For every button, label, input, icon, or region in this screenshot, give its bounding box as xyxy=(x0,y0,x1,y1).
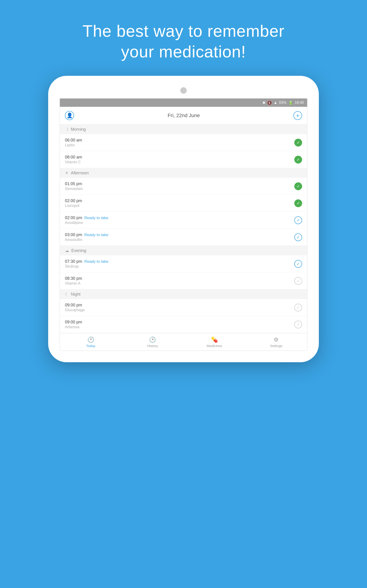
bluetooth-icon: ✱ xyxy=(262,101,265,105)
today-icon: 🕐 xyxy=(87,337,94,343)
night-icon: ☾ xyxy=(65,292,69,297)
check-done-icon: ✓ xyxy=(294,199,302,207)
med-info: 08:00 am Vitamin C xyxy=(65,155,82,164)
morning-label: Morning xyxy=(71,127,86,132)
evening-label: Evening xyxy=(71,248,86,253)
check-pending-icon: ✓ xyxy=(294,321,302,329)
med-row[interactable]: 03:00 pm· Ready to take Amoxicillin ✓ xyxy=(60,229,307,246)
med-time: 08:00 am xyxy=(65,155,82,160)
med-info: 08:30 pm Vitamin A xyxy=(65,276,82,285)
med-time: 01:05 pm xyxy=(65,182,83,186)
camera xyxy=(180,87,187,94)
hero-line2: your medication! xyxy=(83,41,284,62)
med-info: 03:00 pm· Ready to take Amoxicillin xyxy=(65,233,108,242)
medicines-icon: 💊 xyxy=(211,337,218,343)
med-row[interactable]: 01:05 pm Simvastain ✓ xyxy=(60,178,307,195)
section-morning: ☽ Morning xyxy=(60,124,307,134)
check-pending-icon: ✓ xyxy=(294,304,302,311)
avatar[interactable]: 👤 xyxy=(65,111,74,120)
check-done-icon: ✓ xyxy=(294,182,302,190)
med-row[interactable]: 08:00 am Vitamin C ✓ xyxy=(60,151,307,168)
nav-settings-label: Settings xyxy=(270,344,282,348)
phone-screen: ✱ 🔇 ▲ 63% 🔋 19:40 👤 Fri, 22nd June + ☽ M… xyxy=(60,98,307,351)
night-label: Night xyxy=(71,292,81,297)
med-name: Lipitor xyxy=(65,143,82,147)
med-time: 02:00 pm· Ready to take xyxy=(65,216,108,220)
med-info: 09:00 pm Arbinoxa xyxy=(65,320,82,329)
med-time: 03:00 pm· Ready to take xyxy=(65,233,108,237)
med-info: 07:30 pm· Ready to take Skullcap xyxy=(65,259,108,268)
ready-tag: · Ready to take xyxy=(82,259,108,264)
check-done-icon: ✓ xyxy=(294,139,302,147)
check-ready-icon: ✓ xyxy=(294,216,302,224)
afternoon-label: Afternoon xyxy=(71,171,89,175)
battery-icon: 🔋 xyxy=(288,101,293,105)
history-icon: 🕑 xyxy=(149,337,156,343)
evening-icon: ☁ xyxy=(65,248,69,253)
app-header: 👤 Fri, 22nd June + xyxy=(60,107,307,124)
clock-time: 19:40 xyxy=(295,101,304,105)
bottom-nav: 🕐 Today 🕑 History 💊 Medicines ⚙ Settings xyxy=(60,333,307,351)
nav-settings[interactable]: ⚙ Settings xyxy=(245,333,307,351)
check-ready-icon: ✓ xyxy=(294,260,302,268)
ready-tag: · Ready to take xyxy=(82,216,108,220)
med-name: Lisinopril xyxy=(65,204,82,208)
nav-history[interactable]: 🕑 History xyxy=(122,333,184,351)
status-bar: ✱ 🔇 ▲ 63% 🔋 19:40 xyxy=(60,99,307,107)
nav-today[interactable]: 🕐 Today xyxy=(60,333,122,351)
header-date: Fri, 22nd June xyxy=(168,112,200,119)
med-info: 06:00 am Lipitor xyxy=(65,138,82,147)
mute-icon: 🔇 xyxy=(267,101,272,105)
med-time: 08:30 pm xyxy=(65,276,82,281)
nav-history-label: History xyxy=(147,344,158,348)
med-row[interactable]: 09:00 pm Arbinoxa ✓ xyxy=(60,316,307,333)
battery-percent: 63% xyxy=(279,101,286,105)
nav-medicines-label: Medicines xyxy=(207,344,222,348)
med-row[interactable]: 02:00 pm· Ready to take Amoldipine ✓ xyxy=(60,212,307,229)
med-time: 09:00 pm xyxy=(65,303,85,308)
med-row[interactable]: 06:00 am Lipitor ✓ xyxy=(60,134,307,151)
check-ready-icon: ✓ xyxy=(294,233,302,241)
device-frame: ✱ 🔇 ▲ 63% 🔋 19:40 👤 Fri, 22nd June + ☽ M… xyxy=(48,76,319,362)
section-afternoon: ☀ Afternoon xyxy=(60,168,307,178)
med-name: Arbinoxa xyxy=(65,325,82,329)
med-info: 09:00 pm Glucophage xyxy=(65,303,85,312)
med-name: Simvastain xyxy=(65,187,83,191)
nav-today-label: Today xyxy=(86,344,95,348)
med-name: Skullcap xyxy=(65,264,108,268)
med-name: Amoldipine xyxy=(65,221,108,225)
hero-text: The best way to remember your medication… xyxy=(83,21,284,62)
add-button[interactable]: + xyxy=(293,111,302,120)
med-info: 02:00 pm· Ready to take Amoldipine xyxy=(65,216,108,225)
med-row[interactable]: 08:30 pm Vitamin A ✓ xyxy=(60,272,307,289)
afternoon-icon: ☀ xyxy=(65,170,69,175)
section-evening: ☁ Evening xyxy=(60,246,307,255)
med-name: Glucophage xyxy=(65,308,85,312)
ready-tag: · Ready to take xyxy=(82,233,108,237)
hero-line1: The best way to remember xyxy=(83,21,284,41)
med-row[interactable]: 09:00 pm Glucophage ✓ xyxy=(60,299,307,316)
med-name: Vitamin C xyxy=(65,160,82,164)
section-night: ☾ Night xyxy=(60,289,307,299)
nav-medicines[interactable]: 💊 Medicines xyxy=(184,333,245,351)
med-time: 07:30 pm· Ready to take xyxy=(65,259,108,264)
med-time: 06:00 am xyxy=(65,138,82,143)
med-row[interactable]: 02:00 pm Lisinopril ✓ xyxy=(60,195,307,212)
med-time: 09:00 pm xyxy=(65,320,82,325)
med-name: Amoxicillin xyxy=(65,238,108,242)
settings-icon: ⚙ xyxy=(274,337,279,343)
check-done-icon: ✓ xyxy=(294,156,302,164)
morning-icon: ☽ xyxy=(65,127,69,132)
med-info: 01:05 pm Simvastain xyxy=(65,182,83,191)
med-info: 02:00 pm Lisinopril xyxy=(65,199,82,208)
check-pending-icon: ✓ xyxy=(294,277,302,285)
med-row[interactable]: 07:30 pm· Ready to take Skullcap ✓ xyxy=(60,255,307,272)
wifi-icon: ▲ xyxy=(274,101,277,105)
med-time: 02:00 pm xyxy=(65,199,82,203)
med-name: Vitamin A xyxy=(65,281,82,285)
